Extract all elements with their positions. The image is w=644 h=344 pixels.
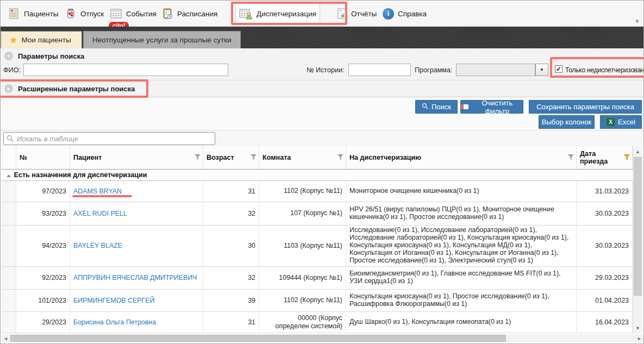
- cell-services: Душ Шарко(0 из 1), Консультация гомеопат…: [346, 311, 577, 333]
- column-header-number[interactable]: №: [16, 146, 70, 169]
- toolbar-button-help[interactable]: i Справка: [379, 3, 430, 24]
- filter-funnel-icon[interactable]: [568, 154, 574, 162]
- tab-bar: ★ Мои пациенты Неотпущенные услуги за пр…: [1, 27, 644, 48]
- table-row[interactable]: 101/2023 БИРМИНГЕМОВ СЕРГЕЙ 39 1102 (Кор…: [2, 289, 633, 311]
- patient-link[interactable]: БИРМИНГЕМОВ СЕРГЕЙ: [73, 297, 154, 304]
- cell-age: 39: [203, 289, 259, 311]
- cell-room: 107 (Корпус №1): [259, 202, 346, 225]
- tab-my-patients[interactable]: ★ Мои пациенты: [1, 31, 82, 48]
- history-label: № Истории:: [307, 66, 345, 74]
- quick-search-input[interactable]: [17, 133, 212, 144]
- table-quick-search-area: [1, 130, 644, 146]
- cell-age: 32: [203, 202, 259, 225]
- clear-filter-button[interactable]: Очистить фильтр: [460, 100, 523, 114]
- main-toolbar: Пациенты Отпуск cito! События Расписания…: [1, 1, 644, 27]
- checkmark-icon: ✓: [556, 66, 561, 72]
- cell-age: 31: [203, 311, 259, 333]
- toolbar-overflow-arrow[interactable]: ▼: [634, 18, 640, 24]
- collapse-triangle-icon[interactable]: [7, 174, 11, 177]
- cell-number: 93/2023: [16, 202, 70, 225]
- star-icon: ★: [10, 35, 17, 45]
- search-params-panel: ▾ Параметры поиска ФИО: № Истории: Прогр…: [1, 48, 644, 80]
- column-header-arrival-date[interactable]: Дата приезда: [577, 146, 633, 169]
- chevron-down-icon: ▼: [540, 67, 544, 72]
- search-button[interactable]: Поиск: [415, 100, 458, 114]
- excel-export-button[interactable]: X Excel: [600, 115, 642, 129]
- filter-funnel-icon[interactable]: [251, 154, 257, 162]
- cell-number: 29/2023: [16, 311, 70, 333]
- dispatch-calendar-person-icon: [239, 8, 253, 20]
- toolbar-button-reports[interactable]: Отчёты: [333, 3, 380, 24]
- cell-patient: АППРУВИН ВЯЧЕСЛАВ ДМИТРИЕВИЧ: [70, 266, 203, 289]
- patient-link[interactable]: Борисина Ольга Петровна: [73, 318, 156, 326]
- only-undispatched-checkbox[interactable]: ✓: [555, 65, 562, 73]
- search-params-header[interactable]: ▾ Параметры поиска: [4, 52, 84, 60]
- search-icon: [422, 103, 428, 111]
- tab-missed-services[interactable]: Неотпущенные услуги за прошлые сутки: [83, 31, 241, 48]
- program-label: Программа:: [415, 66, 452, 74]
- group-row[interactable]: Есть назначения для диспетчеризации: [2, 169, 633, 180]
- horizontal-scrollbar[interactable]: ◄ ►: [2, 334, 643, 342]
- filter-funnel-icon[interactable]: [337, 154, 343, 162]
- table-row[interactable]: 97/2023 ADAMS BRYAN 31 1102 (Корпус №11)…: [2, 180, 633, 202]
- scroll-up-icon[interactable]: ▲: [633, 147, 642, 156]
- app-window: Пациенты Отпуск cito! События Расписания…: [0, 0, 644, 344]
- cell-room: 109444 (Корпус №1): [259, 266, 346, 289]
- fio-input[interactable]: [23, 64, 228, 76]
- quick-search-box[interactable]: [3, 132, 215, 145]
- scroll-down-icon[interactable]: ▼: [633, 324, 642, 333]
- header-expand-col: [2, 146, 16, 169]
- vertical-scrollbar[interactable]: ▲ ▼: [633, 146, 642, 334]
- filter-funnel-icon[interactable]: [195, 154, 201, 162]
- patient-link[interactable]: ADAMS BRYAN: [73, 187, 122, 195]
- toolbar-label: Справка: [398, 10, 427, 18]
- scroll-right-icon[interactable]: ►: [635, 334, 643, 342]
- tab-label: Неотпущенные услуги за прошлые сутки: [92, 36, 232, 44]
- annotation-underline: [72, 195, 132, 197]
- table-row[interactable]: 94/2023 BAYLEY BLAZE 30 1103 (Корпус №11…: [2, 225, 633, 266]
- expand-icon[interactable]: ▸: [4, 84, 13, 93]
- fio-label: ФИО:: [3, 66, 21, 74]
- choose-columns-button[interactable]: Выбор колонок: [539, 115, 595, 129]
- patient-link[interactable]: АППРУВИН ВЯЧЕСЛАВ ДМИТРИЕВИЧ: [73, 274, 197, 282]
- save-search-params-button[interactable]: Сохранить параметры поиска: [529, 100, 642, 114]
- cell-age: 31: [203, 180, 259, 202]
- vertical-scroll-thumb[interactable]: [634, 157, 642, 296]
- cell-date: 30.03.2023: [577, 202, 633, 225]
- report-chart-icon: [336, 8, 347, 20]
- cell-number: 97/2023: [16, 180, 70, 202]
- table-row[interactable]: 93/2023 AXEL RUDI PELL 32 107 (Корпус №1…: [2, 202, 633, 225]
- cell-room: 00000 (Корпус определен системой): [259, 311, 346, 333]
- filter-funnel-active-icon[interactable]: [624, 154, 630, 162]
- patient-link[interactable]: AXEL RUDI PELL: [73, 210, 127, 217]
- toolbar-label: Диспетчеризация: [257, 10, 316, 18]
- scroll-left-icon[interactable]: ◄: [2, 334, 10, 342]
- advanced-params-title: Расширенные параметры поиска: [18, 85, 135, 93]
- toolbar-button-dispatch[interactable]: Диспетчеризация: [235, 3, 320, 24]
- program-dropdown[interactable]: [456, 64, 535, 76]
- table-row[interactable]: 92/2023 АППРУВИН ВЯЧЕСЛАВ ДМИТРИЕВИЧ 32 …: [2, 266, 633, 289]
- tab-label: Мои пациенты: [21, 36, 71, 44]
- toolbar-button-patients[interactable]: Пациенты: [5, 3, 61, 24]
- horizontal-scroll-thumb[interactable]: [10, 335, 506, 342]
- column-header-room[interactable]: Комната: [259, 146, 346, 169]
- group-label: Есть назначения для диспетчеризации: [14, 171, 147, 179]
- advanced-params-header[interactable]: ▸ Расширенные параметры поиска: [4, 84, 135, 93]
- cell-number: 92/2023: [16, 266, 70, 289]
- column-header-patient[interactable]: Пациент: [70, 146, 203, 169]
- program-dropdown-arrow[interactable]: ▼: [535, 64, 548, 76]
- collapse-icon[interactable]: ▾: [4, 52, 13, 60]
- toolbar-button-schedules[interactable]: Расписания: [158, 3, 221, 24]
- column-header-age[interactable]: Возраст: [203, 146, 259, 169]
- cell-number: 101/2023: [16, 289, 70, 311]
- cell-age: 32: [203, 266, 259, 289]
- toolbar-button-events[interactable]: cito! События: [107, 3, 160, 24]
- column-header-dispatch[interactable]: На диспетчеризацию: [346, 146, 577, 169]
- patient-link[interactable]: BAYLEY BLAZE: [73, 242, 122, 249]
- toolbar-button-vacation[interactable]: Отпуск: [61, 3, 107, 24]
- cell-services: HPV 26/51 (вирус папиломы) ПЦР(0 из 1), …: [346, 202, 577, 225]
- history-input[interactable]: [348, 64, 411, 76]
- table-row[interactable]: 29/2023 Борисина Ольга Петровна 31 00000…: [2, 311, 633, 333]
- only-undispatched-label[interactable]: Только недиспетчеризованные: [565, 66, 644, 74]
- cell-date: 31.03.2023: [577, 180, 633, 202]
